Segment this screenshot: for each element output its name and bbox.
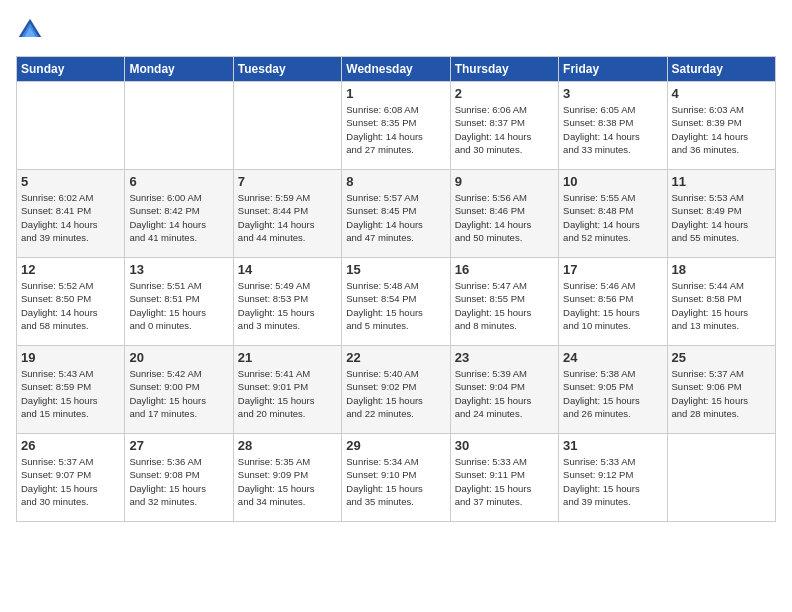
calendar-cell: 21Sunrise: 5:41 AM Sunset: 9:01 PM Dayli…	[233, 346, 341, 434]
day-number: 2	[455, 86, 554, 101]
day-info: Sunrise: 5:41 AM Sunset: 9:01 PM Dayligh…	[238, 367, 337, 420]
day-number: 10	[563, 174, 662, 189]
weekday-header-saturday: Saturday	[667, 57, 775, 82]
calendar-cell	[125, 82, 233, 170]
day-number: 23	[455, 350, 554, 365]
day-number: 5	[21, 174, 120, 189]
calendar-cell	[667, 434, 775, 522]
day-number: 28	[238, 438, 337, 453]
day-number: 12	[21, 262, 120, 277]
calendar-cell: 23Sunrise: 5:39 AM Sunset: 9:04 PM Dayli…	[450, 346, 558, 434]
day-info: Sunrise: 5:55 AM Sunset: 8:48 PM Dayligh…	[563, 191, 662, 244]
calendar-cell: 4Sunrise: 6:03 AM Sunset: 8:39 PM Daylig…	[667, 82, 775, 170]
day-number: 27	[129, 438, 228, 453]
calendar-cell: 5Sunrise: 6:02 AM Sunset: 8:41 PM Daylig…	[17, 170, 125, 258]
day-number: 8	[346, 174, 445, 189]
day-number: 22	[346, 350, 445, 365]
day-number: 9	[455, 174, 554, 189]
calendar-week-3: 12Sunrise: 5:52 AM Sunset: 8:50 PM Dayli…	[17, 258, 776, 346]
weekday-header-friday: Friday	[559, 57, 667, 82]
day-info: Sunrise: 5:44 AM Sunset: 8:58 PM Dayligh…	[672, 279, 771, 332]
day-number: 15	[346, 262, 445, 277]
day-info: Sunrise: 5:38 AM Sunset: 9:05 PM Dayligh…	[563, 367, 662, 420]
calendar-cell	[17, 82, 125, 170]
calendar-cell: 1Sunrise: 6:08 AM Sunset: 8:35 PM Daylig…	[342, 82, 450, 170]
weekday-header-monday: Monday	[125, 57, 233, 82]
day-number: 25	[672, 350, 771, 365]
day-info: Sunrise: 5:56 AM Sunset: 8:46 PM Dayligh…	[455, 191, 554, 244]
calendar-cell: 29Sunrise: 5:34 AM Sunset: 9:10 PM Dayli…	[342, 434, 450, 522]
day-info: Sunrise: 5:42 AM Sunset: 9:00 PM Dayligh…	[129, 367, 228, 420]
calendar-cell: 22Sunrise: 5:40 AM Sunset: 9:02 PM Dayli…	[342, 346, 450, 434]
calendar-header-row: SundayMondayTuesdayWednesdayThursdayFrid…	[17, 57, 776, 82]
day-number: 14	[238, 262, 337, 277]
calendar-cell: 31Sunrise: 5:33 AM Sunset: 9:12 PM Dayli…	[559, 434, 667, 522]
day-info: Sunrise: 5:57 AM Sunset: 8:45 PM Dayligh…	[346, 191, 445, 244]
day-number: 31	[563, 438, 662, 453]
calendar-cell: 30Sunrise: 5:33 AM Sunset: 9:11 PM Dayli…	[450, 434, 558, 522]
day-number: 29	[346, 438, 445, 453]
calendar-cell: 13Sunrise: 5:51 AM Sunset: 8:51 PM Dayli…	[125, 258, 233, 346]
calendar-week-2: 5Sunrise: 6:02 AM Sunset: 8:41 PM Daylig…	[17, 170, 776, 258]
calendar-cell	[233, 82, 341, 170]
calendar-cell: 9Sunrise: 5:56 AM Sunset: 8:46 PM Daylig…	[450, 170, 558, 258]
calendar-cell: 15Sunrise: 5:48 AM Sunset: 8:54 PM Dayli…	[342, 258, 450, 346]
calendar-body: 1Sunrise: 6:08 AM Sunset: 8:35 PM Daylig…	[17, 82, 776, 522]
day-number: 11	[672, 174, 771, 189]
day-number: 17	[563, 262, 662, 277]
logo	[16, 16, 48, 44]
day-number: 1	[346, 86, 445, 101]
day-info: Sunrise: 5:40 AM Sunset: 9:02 PM Dayligh…	[346, 367, 445, 420]
day-number: 19	[21, 350, 120, 365]
weekday-header-wednesday: Wednesday	[342, 57, 450, 82]
weekday-header-tuesday: Tuesday	[233, 57, 341, 82]
calendar-cell: 28Sunrise: 5:35 AM Sunset: 9:09 PM Dayli…	[233, 434, 341, 522]
weekday-header-sunday: Sunday	[17, 57, 125, 82]
day-number: 4	[672, 86, 771, 101]
page-header	[16, 16, 776, 44]
calendar-week-4: 19Sunrise: 5:43 AM Sunset: 8:59 PM Dayli…	[17, 346, 776, 434]
logo-icon	[16, 16, 44, 44]
calendar-cell: 14Sunrise: 5:49 AM Sunset: 8:53 PM Dayli…	[233, 258, 341, 346]
day-info: Sunrise: 5:37 AM Sunset: 9:06 PM Dayligh…	[672, 367, 771, 420]
calendar-cell: 7Sunrise: 5:59 AM Sunset: 8:44 PM Daylig…	[233, 170, 341, 258]
day-number: 3	[563, 86, 662, 101]
day-number: 7	[238, 174, 337, 189]
day-info: Sunrise: 5:33 AM Sunset: 9:11 PM Dayligh…	[455, 455, 554, 508]
calendar-cell: 19Sunrise: 5:43 AM Sunset: 8:59 PM Dayli…	[17, 346, 125, 434]
calendar-cell: 17Sunrise: 5:46 AM Sunset: 8:56 PM Dayli…	[559, 258, 667, 346]
day-info: Sunrise: 5:46 AM Sunset: 8:56 PM Dayligh…	[563, 279, 662, 332]
day-info: Sunrise: 5:43 AM Sunset: 8:59 PM Dayligh…	[21, 367, 120, 420]
day-number: 18	[672, 262, 771, 277]
calendar-cell: 10Sunrise: 5:55 AM Sunset: 8:48 PM Dayli…	[559, 170, 667, 258]
day-info: Sunrise: 5:52 AM Sunset: 8:50 PM Dayligh…	[21, 279, 120, 332]
calendar-cell: 25Sunrise: 5:37 AM Sunset: 9:06 PM Dayli…	[667, 346, 775, 434]
day-number: 30	[455, 438, 554, 453]
day-info: Sunrise: 6:00 AM Sunset: 8:42 PM Dayligh…	[129, 191, 228, 244]
calendar-cell: 11Sunrise: 5:53 AM Sunset: 8:49 PM Dayli…	[667, 170, 775, 258]
day-info: Sunrise: 5:33 AM Sunset: 9:12 PM Dayligh…	[563, 455, 662, 508]
day-number: 6	[129, 174, 228, 189]
day-info: Sunrise: 6:02 AM Sunset: 8:41 PM Dayligh…	[21, 191, 120, 244]
day-info: Sunrise: 5:39 AM Sunset: 9:04 PM Dayligh…	[455, 367, 554, 420]
weekday-header-thursday: Thursday	[450, 57, 558, 82]
calendar-cell: 6Sunrise: 6:00 AM Sunset: 8:42 PM Daylig…	[125, 170, 233, 258]
calendar-cell: 12Sunrise: 5:52 AM Sunset: 8:50 PM Dayli…	[17, 258, 125, 346]
day-info: Sunrise: 5:35 AM Sunset: 9:09 PM Dayligh…	[238, 455, 337, 508]
calendar-cell: 20Sunrise: 5:42 AM Sunset: 9:00 PM Dayli…	[125, 346, 233, 434]
calendar-cell: 2Sunrise: 6:06 AM Sunset: 8:37 PM Daylig…	[450, 82, 558, 170]
calendar-table: SundayMondayTuesdayWednesdayThursdayFrid…	[16, 56, 776, 522]
day-number: 26	[21, 438, 120, 453]
calendar-cell: 18Sunrise: 5:44 AM Sunset: 8:58 PM Dayli…	[667, 258, 775, 346]
calendar-cell: 8Sunrise: 5:57 AM Sunset: 8:45 PM Daylig…	[342, 170, 450, 258]
day-info: Sunrise: 5:59 AM Sunset: 8:44 PM Dayligh…	[238, 191, 337, 244]
day-info: Sunrise: 5:49 AM Sunset: 8:53 PM Dayligh…	[238, 279, 337, 332]
day-info: Sunrise: 6:08 AM Sunset: 8:35 PM Dayligh…	[346, 103, 445, 156]
day-number: 16	[455, 262, 554, 277]
day-number: 21	[238, 350, 337, 365]
calendar-cell: 24Sunrise: 5:38 AM Sunset: 9:05 PM Dayli…	[559, 346, 667, 434]
day-info: Sunrise: 6:05 AM Sunset: 8:38 PM Dayligh…	[563, 103, 662, 156]
day-number: 13	[129, 262, 228, 277]
calendar-week-1: 1Sunrise: 6:08 AM Sunset: 8:35 PM Daylig…	[17, 82, 776, 170]
day-number: 20	[129, 350, 228, 365]
